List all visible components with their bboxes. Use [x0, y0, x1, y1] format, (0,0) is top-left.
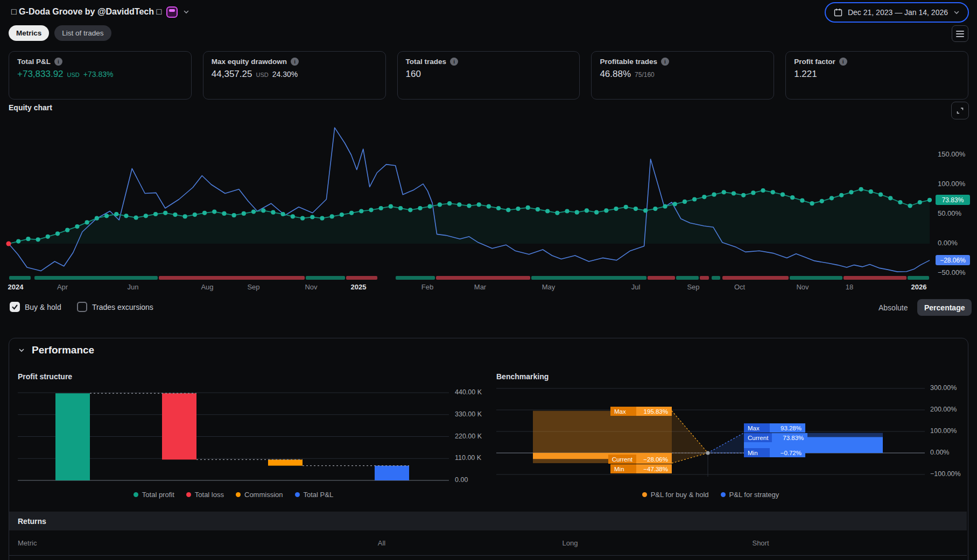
x-axis-label: Mar — [474, 283, 486, 291]
benchmark-badge-strategy-current: Current73.83% — [744, 433, 807, 442]
info-icon[interactable]: i — [291, 58, 299, 66]
x-axis-label: Oct — [734, 283, 745, 291]
y-axis-label: 100.00% — [930, 427, 957, 435]
chevron-down-icon — [18, 346, 25, 354]
legend-dot — [642, 492, 647, 497]
x-axis-label: Sep — [247, 283, 259, 291]
trade-strip-segment — [159, 276, 305, 280]
tab-list-of-trades[interactable]: List of trades — [54, 25, 111, 41]
card-value: +73,833.92 — [17, 69, 64, 80]
date-range-label: Dec 21, 2023 — Jan 14, 2026 — [848, 8, 948, 17]
table-divider — [9, 555, 967, 556]
y-axis-label: 50.00% — [938, 209, 961, 217]
trade-strip-segment — [712, 276, 720, 280]
card-unit: USD — [256, 72, 268, 78]
y-axis-label: 0.00% — [930, 449, 949, 456]
column-header-all: All — [378, 539, 385, 547]
card-value: 1.221 — [794, 69, 817, 80]
benchmarking-chart-svg[interactable] — [487, 379, 977, 492]
badge-label: Current — [744, 433, 772, 442]
card-total-pnl: Total P&L i +73,833.92 USD +73.83% — [9, 51, 192, 100]
fullscreen-icon — [955, 106, 965, 115]
chevron-down-icon[interactable] — [182, 8, 190, 16]
x-axis-label: Jul — [631, 283, 641, 291]
x-axis-label: Jun — [128, 283, 139, 291]
x-axis-label: Nov — [305, 283, 317, 291]
tab-metrics[interactable]: Metrics — [9, 25, 49, 41]
trade-strip-segment — [436, 276, 530, 280]
y-axis-label: 200.00% — [930, 406, 957, 413]
badge-label: Min — [610, 464, 636, 473]
y-axis-label: 440.00 K — [455, 388, 482, 396]
legend-label: Total profit — [142, 491, 174, 499]
badge-value: 195.83% — [636, 407, 672, 416]
legend-label: Total P&L — [304, 491, 334, 499]
legend-label: P&L for strategy — [729, 491, 779, 499]
last-value-badge-buy_hold: −28.06% — [936, 255, 970, 265]
percentage-toggle[interactable]: Percentage — [917, 299, 972, 316]
card-value: 44,357.25 — [212, 69, 252, 80]
card-profitable-trades: Profitable trades i 46.88% 75/160 — [591, 51, 774, 100]
page-title: □ G-Doda Groove by @DaviddTech □ — [11, 7, 161, 17]
legend-label: P&L for buy & hold — [651, 491, 709, 499]
buy-hold-checkbox[interactable]: Buy & hold — [10, 302, 61, 312]
legend-item: Commission — [236, 491, 283, 499]
y-axis-label: 100.00% — [938, 180, 965, 188]
trade-strip-segment — [648, 276, 675, 280]
trade-strip-segment — [790, 276, 842, 280]
benchmark-badge-buyhold-current: Current−28.06% — [608, 455, 672, 464]
card-value: 46.88% — [600, 69, 631, 80]
card-extra: 24.30% — [272, 70, 298, 79]
info-icon[interactable]: i — [450, 58, 458, 66]
trade-strip-segment — [844, 276, 906, 280]
view-tabs: Metrics List of trades — [9, 25, 111, 41]
date-range-button[interactable]: Dec 21, 2023 — Jan 14, 2026 — [825, 2, 969, 23]
trades-excursions-checkbox[interactable]: Trades excursions — [77, 302, 153, 312]
badge-value: 73.83% — [772, 433, 807, 442]
info-icon[interactable]: i — [54, 58, 62, 66]
expand-chart-button[interactable] — [951, 102, 969, 119]
badge-label: Max — [744, 423, 770, 433]
absolute-toggle[interactable]: Absolute — [878, 303, 908, 312]
legend-item: Total profit — [133, 491, 174, 499]
equity-chart-title: Equity chart — [9, 103, 52, 112]
title-bar: □ G-Doda Groove by @DaviddTech □ — [11, 5, 190, 19]
performance-header[interactable]: Performance — [18, 344, 94, 356]
trade-strip-segment — [346, 276, 377, 280]
equity-chart-svg[interactable] — [0, 118, 977, 280]
legend-dot — [295, 492, 300, 497]
info-icon[interactable]: i — [839, 58, 847, 66]
legend-label: Commission — [244, 491, 283, 499]
x-axis-label: 2025 — [351, 283, 367, 291]
legend-label: Total loss — [195, 491, 224, 499]
trade-strip-segment — [531, 276, 646, 280]
legend-dot — [133, 492, 138, 497]
profit-structure-title: Profit structure — [18, 372, 72, 381]
legend-item: P&L for strategy — [721, 491, 779, 499]
info-icon[interactable]: i — [661, 58, 669, 66]
x-axis-label: 18 — [846, 283, 853, 291]
card-label: Total P&L — [17, 58, 51, 66]
layout-menu-button[interactable] — [952, 25, 968, 42]
y-axis-label: 220.00 K — [455, 433, 482, 440]
y-axis-label: 0.00% — [938, 239, 958, 247]
badge-value: 93.28% — [770, 423, 805, 433]
card-label: Profit factor — [794, 58, 835, 66]
x-axis-label: May — [542, 283, 556, 291]
column-header-short: Short — [752, 539, 769, 547]
benchmarking-legend: P&L for buy & holdP&L for strategy — [496, 491, 925, 499]
badge-label: Min — [744, 448, 770, 457]
checkbox-checked-icon — [10, 302, 20, 312]
chevron-down-icon — [953, 9, 960, 16]
last-value-badge-strategy: 73.83% — [936, 195, 970, 205]
trade-strip-segment — [908, 276, 929, 280]
legend-item: Total P&L — [295, 491, 334, 499]
returns-title: Returns — [18, 517, 46, 526]
checkbox-unchecked-icon — [77, 302, 87, 312]
strategy-badge-icon — [166, 6, 178, 18]
profit-structure-chart-svg[interactable] — [0, 385, 484, 495]
menu-icon — [956, 31, 964, 32]
stats-cards-row: Total P&L i +73,833.92 USD +73.83% Max e… — [9, 51, 968, 100]
card-extra: 75/160 — [635, 71, 655, 79]
badge-label: Max — [610, 407, 636, 416]
